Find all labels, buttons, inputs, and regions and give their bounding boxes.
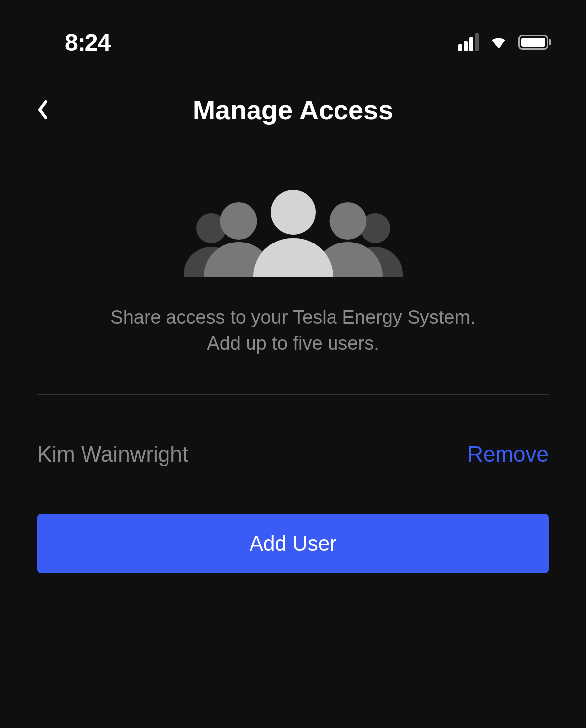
page-title: Manage Access (35, 94, 551, 125)
status-time: 8:24 (65, 29, 110, 56)
remove-user-link[interactable]: Remove (467, 442, 549, 467)
chevron-left-icon (37, 100, 48, 120)
header: Manage Access (0, 60, 586, 125)
wifi-icon (488, 33, 509, 51)
hero-description: Share access to your Tesla Energy System… (90, 304, 495, 357)
cellular-signal-icon (458, 33, 479, 51)
group-people-icon (184, 190, 403, 277)
battery-icon (518, 35, 551, 50)
add-user-button[interactable]: Add User (37, 514, 549, 573)
user-row: Kim Wainwright Remove (0, 395, 586, 467)
user-name: Kim Wainwright (37, 442, 188, 467)
add-user-container: Add User (0, 467, 586, 573)
hero-section: Share access to your Tesla Energy System… (0, 190, 586, 357)
back-button[interactable] (35, 97, 50, 122)
status-bar: 8:24 (0, 0, 586, 60)
status-icons (458, 33, 551, 51)
hero-description-line1: Share access to your Tesla Energy System… (110, 307, 475, 327)
hero-description-line2: Add up to five users. (207, 333, 379, 354)
